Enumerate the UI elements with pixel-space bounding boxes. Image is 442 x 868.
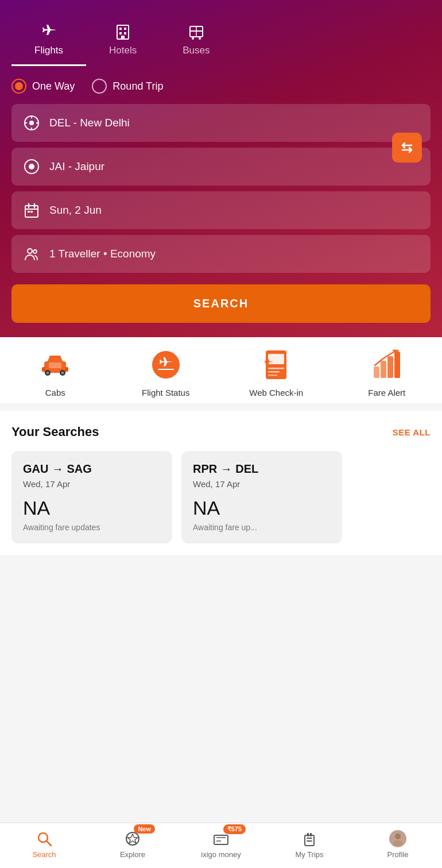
search-cards-list: GAU → SAG Wed, 17 Apr NA Awaiting fare u…: [11, 451, 431, 543]
svg-rect-46: [394, 352, 400, 378]
search-button[interactable]: SEARCH: [11, 284, 431, 323]
svg-rect-3: [119, 32, 122, 34]
nav-explore-label: Explore: [120, 850, 145, 859]
your-searches-section: Your Searches SEE ALL GAU → SAG Wed, 17 …: [0, 411, 442, 555]
swap-icon: [399, 140, 415, 156]
see-all-button[interactable]: SEE ALL: [393, 427, 431, 437]
tab-hotels[interactable]: Hotels: [86, 17, 160, 66]
svg-rect-26: [30, 211, 33, 213]
status-0: Awaiting fare updates: [23, 523, 161, 532]
origin-icon: [23, 114, 40, 132]
tab-buses-label: Buses: [183, 45, 210, 56]
cabs-label: Cabs: [45, 388, 65, 398]
svg-rect-54: [305, 835, 314, 846]
quick-action-cabs[interactable]: Cabs: [9, 349, 101, 398]
destination-value: JAI - Jaipur: [49, 160, 104, 173]
svg-rect-25: [28, 211, 30, 213]
tab-flights-label: Flights: [34, 45, 63, 56]
nav-ixigo-money[interactable]: ₹575 ixigo money: [192, 830, 250, 859]
nav-profile-label: Profile: [387, 850, 409, 859]
one-way-option[interactable]: One Way: [11, 79, 75, 94]
svg-line-48: [46, 841, 51, 846]
round-trip-label: Round Trip: [113, 80, 163, 92]
round-trip-radio[interactable]: [92, 79, 107, 94]
svg-rect-51: [214, 835, 228, 844]
svg-rect-57: [307, 833, 309, 836]
ixigo-money-nav-icon: ₹575: [212, 830, 230, 847]
fare-alert-label: Fare Alert: [368, 388, 405, 398]
svg-point-35: [61, 372, 64, 375]
ixigo-money-badge: ₹575: [223, 824, 246, 834]
date-0: Wed, 17 Apr: [23, 479, 161, 489]
travellers-field[interactable]: 1 Traveller • Economy: [11, 235, 431, 273]
svg-point-14: [29, 121, 34, 125]
explore-nav-icon: New: [124, 830, 141, 847]
travellers-value: 1 Traveller • Economy: [49, 248, 156, 260]
svg-rect-58: [310, 833, 312, 836]
explore-badge: New: [134, 824, 155, 834]
svg-rect-1: [119, 28, 122, 30]
svg-point-27: [28, 249, 32, 253]
buses-icon: [187, 23, 206, 41]
svg-rect-36: [49, 362, 61, 368]
tab-hotels-label: Hotels: [109, 45, 137, 56]
search-form: DEL - New Delhi JAI - Jaipur: [0, 104, 442, 284]
svg-rect-44: [381, 361, 386, 378]
svg-rect-40: [268, 368, 284, 369]
quick-action-fare-alert[interactable]: Fare Alert: [341, 349, 433, 398]
flights-icon: [40, 23, 58, 41]
route-1: RPR → DEL: [193, 462, 331, 476]
arrow-1: →: [220, 462, 232, 476]
search-nav-icon: [36, 830, 53, 847]
search-card-0[interactable]: GAU → SAG Wed, 17 Apr NA Awaiting fare u…: [11, 451, 172, 543]
nav-explore[interactable]: New Explore: [104, 830, 161, 859]
svg-rect-5: [121, 36, 125, 39]
date-field[interactable]: Sun, 2 Jun: [11, 191, 431, 229]
web-checkin-icon: [260, 349, 292, 381]
nav-ixigo-money-label: ixigo money: [201, 850, 241, 859]
tab-flights[interactable]: Flights: [11, 17, 86, 66]
hotels-icon: [114, 23, 132, 41]
quick-action-web-checkin[interactable]: Web Check-in: [230, 349, 322, 398]
travellers-icon: [23, 245, 40, 263]
my-trips-nav-icon: [301, 830, 318, 847]
quick-action-flight-status[interactable]: Flight Status: [120, 349, 212, 398]
swap-button[interactable]: [392, 133, 422, 163]
svg-rect-39: [268, 354, 284, 364]
to-1: DEL: [235, 462, 258, 476]
svg-rect-30: [42, 367, 45, 372]
round-trip-option[interactable]: Round Trip: [92, 79, 163, 94]
fare-alert-icon: [371, 349, 403, 381]
origin-value: DEL - New Delhi: [49, 117, 130, 129]
tab-buses[interactable]: Buses: [160, 17, 232, 66]
nav-search[interactable]: Search: [15, 830, 73, 859]
cabs-icon: [39, 349, 71, 381]
origin-field[interactable]: DEL - New Delhi: [11, 104, 431, 142]
price-0: NA: [23, 497, 161, 519]
bottom-nav: Search New Explore ₹575 ixigo money: [0, 823, 442, 868]
svg-rect-43: [374, 367, 379, 378]
svg-point-28: [33, 250, 37, 253]
one-way-radio-inner: [15, 82, 23, 90]
nav-profile[interactable]: Profile: [369, 830, 427, 859]
nav-my-trips-label: My Trips: [295, 850, 323, 859]
search-card-1[interactable]: RPR → DEL Wed, 17 Apr NA Awaiting fare u…: [181, 451, 342, 543]
route-0: GAU → SAG: [23, 462, 161, 476]
section-title: Your Searches: [11, 425, 99, 439]
date-1: Wed, 17 Apr: [193, 479, 331, 489]
trip-type-selector: One Way Round Trip: [0, 66, 442, 104]
top-tabs: Flights Hotels Buses: [0, 17, 442, 66]
svg-rect-45: [387, 356, 393, 378]
date-value: Sun, 2 Jun: [49, 204, 102, 217]
to-0: SAG: [67, 462, 91, 476]
svg-marker-50: [127, 834, 138, 843]
calendar-icon: [23, 202, 40, 219]
svg-rect-41: [268, 371, 280, 373]
destination-field[interactable]: JAI - Jaipur: [11, 148, 431, 186]
nav-my-trips[interactable]: My Trips: [281, 830, 338, 859]
status-1: Awaiting fare up...: [193, 523, 331, 532]
svg-rect-31: [65, 367, 68, 372]
nav-search-label: Search: [32, 850, 56, 859]
one-way-radio[interactable]: [11, 79, 26, 94]
price-1: NA: [193, 497, 331, 519]
